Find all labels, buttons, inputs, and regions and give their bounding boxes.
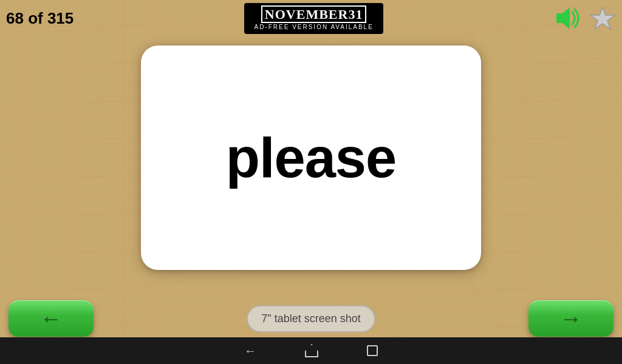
flashcard-word: please xyxy=(226,126,396,190)
svg-marker-1 xyxy=(562,7,570,29)
sound-icon[interactable] xyxy=(554,5,584,32)
next-arrow-icon: → xyxy=(560,306,582,331)
bottom-navigation: ← 7" tablet screen shot → xyxy=(0,300,622,337)
screen-label: 7" tablet screen shot xyxy=(247,305,375,332)
top-bar: 68 of 315 NOVEMBER31 AD-FREE VERSION AVA… xyxy=(0,0,622,36)
top-icons xyxy=(554,5,616,32)
recents-button[interactable] xyxy=(367,345,378,356)
svg-marker-2 xyxy=(590,7,615,29)
ad-banner[interactable]: NOVEMBER31 AD-FREE VERSION AVAILABLE xyxy=(244,3,383,34)
ad-title: NOVEMBER31 xyxy=(261,7,367,22)
star-icon[interactable] xyxy=(589,5,616,32)
ad-title-text: NOVEMBER31 xyxy=(261,5,367,23)
back-button[interactable]: ← xyxy=(244,344,256,358)
card-counter: 68 of 315 xyxy=(6,9,73,28)
prev-button[interactable]: ← xyxy=(9,300,94,337)
next-button[interactable]: → xyxy=(528,300,613,337)
flashcard[interactable]: please xyxy=(141,46,481,270)
svg-rect-0 xyxy=(556,13,562,23)
ad-subtitle: AD-FREE VERSION AVAILABLE xyxy=(254,24,373,30)
system-bar: ← xyxy=(0,337,622,364)
home-button[interactable] xyxy=(305,344,318,357)
prev-arrow-icon: ← xyxy=(40,306,62,331)
